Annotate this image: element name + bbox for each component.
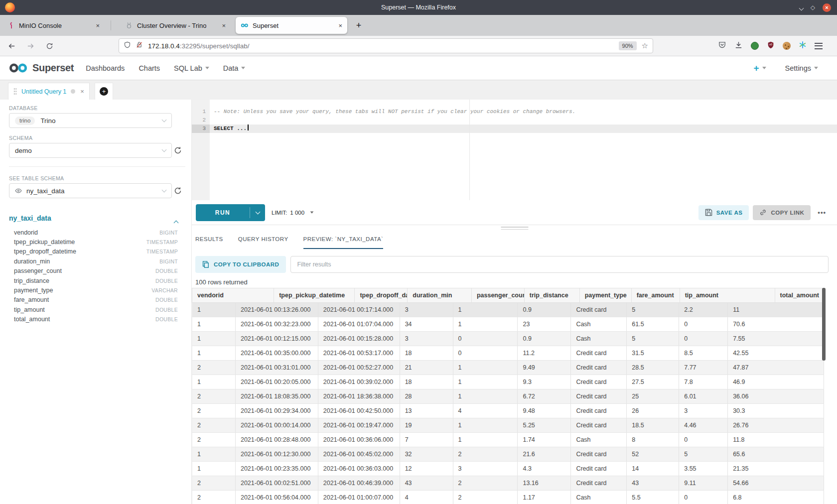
table-row[interactable]: 1 2021-06-01 00:12:15.000 2021-06-01 00:…	[192, 332, 824, 346]
nav-item-data[interactable]: Data	[223, 64, 246, 72]
tab-close-icon[interactable]: ×	[91, 22, 100, 29]
limit-dropdown[interactable]: LIMIT: 1 000	[272, 210, 314, 216]
tab-query-history[interactable]: QUERY HISTORY	[238, 236, 288, 249]
cookie-extension-icon[interactable]	[783, 42, 791, 50]
browser-tab-trino[interactable]: Cluster Overview - Trino ×	[120, 17, 231, 34]
settings-menu[interactable]: Settings	[785, 64, 818, 72]
more-actions-button[interactable]: •••	[815, 209, 829, 216]
cell-tip-amount: 7.8	[679, 375, 728, 389]
table-row[interactable]: 2 2021-06-01 00:29:34.000 2021-06-01 00:…	[192, 404, 824, 418]
browser-tab-superset-active[interactable]: Superset ×	[236, 17, 347, 34]
table-row[interactable]: 2 2021-06-01 00:02:51.000 2021-06-01 00:…	[192, 476, 824, 491]
table-row[interactable]: 1 2021-06-01 00:20:05.000 2021-06-01 00:…	[192, 375, 824, 389]
insecure-lock-icon[interactable]	[136, 41, 143, 51]
sql-editor[interactable]: 1 2 3 -- Note: Unless you save your quer…	[192, 100, 837, 200]
table-row[interactable]: 1 2021-06-01 00:32:23.000 2021-06-01 01:…	[192, 317, 824, 332]
cell-payment-type: Cash	[571, 433, 627, 447]
copy-link-button[interactable]: COPY LINK	[753, 205, 811, 220]
table-row[interactable]: 2 2021-06-01 00:00:14.000 2021-06-01 00:…	[192, 418, 824, 433]
asterisk-extension-icon[interactable]	[799, 41, 807, 51]
table-schema-title[interactable]: ny_taxi_data	[9, 214, 51, 222]
superset-logo[interactable]: Superset	[8, 62, 74, 74]
save-as-button[interactable]: SAVE AS	[698, 205, 749, 220]
tab-results[interactable]: RESULTS	[195, 236, 223, 249]
table-row[interactable]: 2 2021-06-01 00:56:04.000 2021-06-01 01:…	[192, 491, 824, 504]
refresh-tables-icon[interactable]	[174, 187, 182, 195]
screenshot-root: Superset — Mozilla Firefox ◇ × MinIO Con…	[0, 0, 837, 504]
column-header-cell[interactable]: tpep_dropoff_datetime	[355, 288, 408, 302]
collapse-table-icon[interactable]	[174, 218, 178, 227]
drag-dots-icon[interactable]	[13, 88, 17, 95]
table-schema-select[interactable]: ny_taxi_data	[9, 183, 172, 198]
query-tab-close-icon[interactable]: ×	[80, 88, 84, 95]
privacy-badger-icon[interactable]	[751, 42, 759, 50]
cell-pickup-datetime: 2021-06-01 00:12:30.000	[236, 447, 318, 461]
tab-close-icon[interactable]: ×	[333, 22, 342, 29]
nav-item-dashboards[interactable]: Dashboards	[86, 64, 125, 72]
reload-button[interactable]	[42, 39, 57, 53]
cell-payment-type: Credit card	[571, 375, 627, 389]
table-row[interactable]: 1 2021-06-01 00:35:00.000 2021-06-01 00:…	[192, 346, 824, 361]
window-restore-icon[interactable]: ◇	[811, 4, 815, 10]
table-scrollbar-thumb[interactable]	[822, 288, 826, 361]
cell-total-amount: 21.35	[728, 462, 824, 476]
window-close-button[interactable]: ×	[823, 3, 831, 12]
back-button[interactable]	[4, 39, 19, 53]
window-menu-chevron-icon[interactable]	[800, 3, 803, 12]
menu-hamburger-icon[interactable]	[815, 43, 823, 49]
column-type: DOUBLE	[155, 316, 178, 322]
cell-payment-type: Credit card	[571, 303, 627, 317]
cell-dropoff-datetime: 2021-06-01 00:19:47.000	[318, 418, 400, 432]
column-name: trip_distance	[14, 277, 49, 284]
column-header-cell[interactable]: vendorid	[192, 288, 274, 302]
table-row[interactable]: 1 2021-06-01 00:12:30.000 2021-06-01 00:…	[192, 447, 824, 462]
nav-item-sql-lab[interactable]: SQL Lab	[174, 64, 209, 72]
query-tab-active[interactable]: Untitled Query 1 ×	[8, 83, 90, 100]
cell-payment-type: Credit card	[571, 389, 627, 403]
downloads-icon[interactable]	[734, 41, 743, 51]
cell-trip-distance: 5.25	[518, 418, 571, 432]
tab-close-icon[interactable]: ×	[217, 22, 226, 29]
schema-select[interactable]: demo	[9, 143, 172, 158]
column-header-cell[interactable]: passenger_count	[472, 288, 525, 302]
cell-pickup-datetime: 2021-06-01 00:35:00.000	[236, 346, 318, 360]
database-select[interactable]: trino Trino	[9, 113, 172, 128]
table-row[interactable]: 1 2021-06-01 00:13:26.000 2021-06-01 00:…	[192, 303, 824, 317]
table-row[interactable]: 2 2021-06-01 00:28:48.000 2021-06-01 00:…	[192, 433, 824, 447]
column-header-cell[interactable]: tip_amount	[680, 288, 775, 302]
column-header-cell[interactable]: trip_distance	[525, 288, 580, 302]
url-bar[interactable]: 172.18.0.4:32295/superset/sqllab/ 90% ☆	[119, 38, 653, 53]
new-item-plus-menu[interactable]: +	[753, 63, 766, 74]
column-header-cell[interactable]: tpep_pickup_datetime	[274, 288, 355, 302]
column-header-cell[interactable]: fare_amount	[632, 288, 680, 302]
table-row[interactable]: 1 2021-06-01 00:23:35.000 2021-06-01 00:…	[192, 462, 824, 476]
browser-tab-minio[interactable]: MinIO Console ×	[2, 17, 105, 34]
pane-drag-handle[interactable]	[501, 227, 528, 231]
table-row[interactable]: 2 2021-06-01 18:08:35.000 2021-06-01 18:…	[192, 389, 824, 404]
refresh-schemas-icon[interactable]	[174, 146, 182, 154]
filter-results-input[interactable]	[290, 256, 829, 273]
cell-total-amount: 46.9	[728, 375, 824, 389]
forward-button[interactable]	[23, 39, 38, 53]
add-query-tab-button[interactable]: +	[95, 83, 113, 100]
column-header-cell[interactable]: total_amount	[775, 288, 825, 302]
column-header-cell[interactable]: duration_min	[408, 288, 472, 302]
table-row[interactable]: 2 2021-06-01 00:31:01.000 2021-06-01 00:…	[192, 361, 824, 375]
ublock-shield-icon[interactable]: u0	[767, 41, 775, 51]
copy-to-clipboard-button[interactable]: COPY TO CLIPBOARD	[195, 256, 286, 273]
bookmark-star-icon[interactable]: ☆	[642, 41, 648, 50]
pocket-icon[interactable]	[718, 41, 726, 51]
cell-dropoff-datetime: 2021-06-01 00:39:02.000	[318, 375, 400, 389]
run-query-button[interactable]: RUN	[196, 204, 265, 221]
tab-preview-active[interactable]: PREVIEW: `NY_TAXI_DATA`	[303, 236, 384, 249]
table-column-row: vendorid BIGINT	[14, 228, 178, 237]
results-pane: RESULTS QUERY HISTORY PREVIEW: `NY_TAXI_…	[192, 225, 837, 504]
cell-passenger-count: 0	[453, 332, 518, 346]
minio-favicon-icon	[7, 21, 15, 29]
nav-item-charts[interactable]: Charts	[139, 64, 160, 72]
new-tab-button[interactable]: +	[351, 18, 366, 33]
zoom-level-badge[interactable]: 90%	[619, 41, 637, 50]
run-options-chevron[interactable]	[250, 204, 265, 221]
tracking-shield-icon[interactable]	[124, 41, 131, 51]
column-header-cell[interactable]: payment_type	[580, 288, 632, 302]
